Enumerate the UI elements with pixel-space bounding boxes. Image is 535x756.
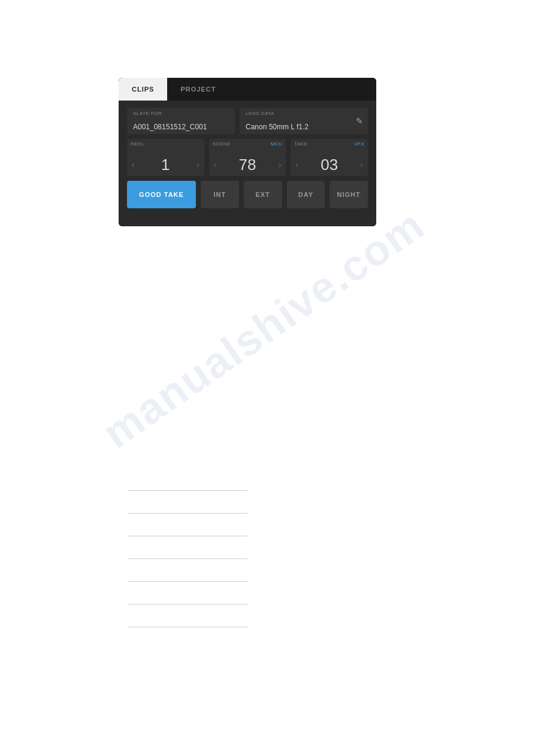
tab-clips[interactable]: CLIPS [119,78,167,101]
scene-header: SCENE MCU [209,141,286,147]
take-counter: TAKE VFX ‹ 03 › [291,139,368,176]
app-panel: CLIPS PROJECT SLATE FOR A001_08151512_C0… [119,78,376,226]
scene-badge: MCU [271,141,283,147]
tabs-row: CLIPS PROJECT [119,78,376,101]
actions-row: GOOD TAKE INT EXT DAY NIGHT [127,181,368,208]
line-item [128,473,247,491]
take-label: TAKE [294,141,307,147]
lens-box: LENS DATA Canon 50mm L f1.2 ✎ [240,108,368,134]
scene-next-arrow[interactable]: › [279,160,282,169]
reel-controls: ‹ 1 › [127,157,204,172]
reel-value: 1 [161,157,170,172]
ext-button[interactable]: EXT [244,181,282,208]
scene-controls: ‹ 78 › [209,157,286,172]
line-item [128,491,247,514]
scene-value: 78 [239,157,256,172]
take-badge: VFX [354,141,364,147]
line-item [128,559,247,582]
reel-counter: REEL ‹ 1 › [127,139,204,176]
scene-counter: SCENE MCU ‹ 78 › [209,139,286,176]
reel-prev-arrow[interactable]: ‹ [132,160,135,169]
lens-value: Canon 50mm L f1.2 [246,123,362,131]
line-item [128,514,247,536]
slate-value: A001_08151512_C001 [133,123,229,131]
line-item [128,536,247,559]
edit-icon[interactable]: ✎ [356,116,363,126]
page-wrapper: CLIPS PROJECT SLATE FOR A001_08151512_C0… [0,0,535,756]
int-button[interactable]: INT [201,181,239,208]
lens-label: LENS DATA [246,111,362,116]
info-row: SLATE FOR A001_08151512_C001 LENS DATA C… [127,108,368,134]
counters-row: REEL ‹ 1 › SCENE MCU [127,139,368,176]
night-button[interactable]: NIGHT [330,181,368,208]
panel-content: SLATE FOR A001_08151512_C001 LENS DATA C… [119,101,376,226]
take-prev-arrow[interactable]: ‹ [295,160,298,169]
scene-prev-arrow[interactable]: ‹ [214,160,217,169]
take-controls: ‹ 03 › [291,157,368,172]
slate-box: SLATE FOR A001_08151512_C001 [127,108,235,134]
watermark: manualshive.com [96,233,431,425]
day-button[interactable]: DAY [287,181,325,208]
take-value: 03 [321,157,338,172]
take-header: TAKE VFX [291,141,368,147]
line-item [128,605,247,627]
watermark-text: manualshive.com [95,201,433,458]
good-take-button[interactable]: GOOD TAKE [127,181,196,208]
reel-label: REEL [131,141,144,147]
tab-project[interactable]: PROJECT [167,78,229,101]
scene-label: SCENE [213,141,231,147]
line-item [128,582,247,605]
lines-section [128,473,247,627]
slate-label: SLATE FOR [133,111,229,116]
reel-header: REEL [127,141,204,147]
take-next-arrow[interactable]: › [360,160,363,169]
reel-next-arrow[interactable]: › [197,160,200,169]
